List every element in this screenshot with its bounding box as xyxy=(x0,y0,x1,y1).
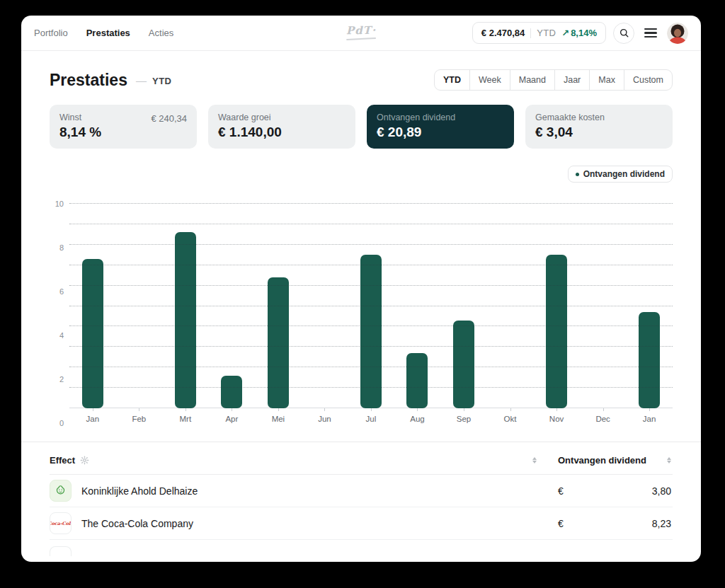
row-amount: € 8,23 xyxy=(538,518,673,529)
range-tab-jaar[interactable]: Jaar xyxy=(554,70,589,90)
table-row-coca-cola[interactable]: Coca-Cola The Coca-Cola Company € 8,23 xyxy=(50,507,673,540)
y-tick-label: 10 xyxy=(55,200,64,208)
x-axis-tick xyxy=(93,408,93,411)
dividend-bar[interactable] xyxy=(453,321,474,408)
bar-jan-0[interactable] xyxy=(69,204,116,408)
bar-mei-4[interactable] xyxy=(255,204,302,408)
stat-card-waarde-groei[interactable]: Waarde groei € 1.140,00 xyxy=(208,105,355,149)
y-tick-label: 2 xyxy=(59,375,64,384)
sort-up-icon xyxy=(667,457,671,460)
dividend-bar[interactable] xyxy=(175,232,196,408)
coca-cola-logo-icon: Coca-Cola xyxy=(50,512,72,534)
bar-sep-8[interactable] xyxy=(440,204,487,408)
topbar-right: € 2.470,84 YTD ↗ 8,14% xyxy=(472,22,688,44)
dividend-bar[interactable] xyxy=(639,312,660,408)
dividend-bar[interactable] xyxy=(406,353,428,408)
row-left: Coca-Cola The Coca-Cola Company xyxy=(50,512,538,534)
chart-plot xyxy=(69,204,673,408)
search-icon xyxy=(619,28,629,38)
x-axis-tick xyxy=(649,408,650,411)
security-name: The Coca-Cola Company xyxy=(81,518,193,529)
range-tab-max[interactable]: Max xyxy=(589,70,624,90)
bar-okt-9[interactable] xyxy=(487,204,534,408)
bar-jan-12[interactable] xyxy=(626,204,673,408)
bar-dec-11[interactable] xyxy=(580,204,627,408)
dividend-value: 8,23 xyxy=(652,518,673,529)
x-axis-tick xyxy=(324,408,325,411)
x-axis-tick xyxy=(603,408,604,411)
sort-down-icon xyxy=(667,461,671,463)
stat-value: 8,14 % xyxy=(59,125,187,140)
range-tab-ytd[interactable]: YTD xyxy=(435,70,469,90)
x-axis-tick xyxy=(278,408,279,411)
currency-symbol: € xyxy=(558,485,564,497)
legend-label: Ontvangen dividend xyxy=(583,169,665,179)
search-button[interactable] xyxy=(613,23,634,44)
range-tab-maand[interactable]: Maand xyxy=(510,70,554,90)
column-dividend: Ontvangen dividend xyxy=(538,455,673,466)
pill-change: ↗ 8,14% xyxy=(561,28,597,38)
stat-cards: Winst 8,14 % € 240,34 Waarde groei € 1.1… xyxy=(50,105,673,149)
title-period: YTD xyxy=(152,74,172,86)
bar-jun-5[interactable] xyxy=(302,204,348,408)
dividend-bar[interactable] xyxy=(546,255,567,408)
app-window: Portfolio Prestaties Acties PdT· € 2.470… xyxy=(21,16,701,562)
portfolio-summary-pill[interactable]: € 2.470,84 YTD ↗ 8,14% xyxy=(472,22,606,44)
topbar: Portfolio Prestaties Acties PdT· € 2.470… xyxy=(21,16,701,51)
effect-column-label: Effect xyxy=(50,455,75,466)
x-axis-tick xyxy=(139,408,139,411)
dividend-bar[interactable] xyxy=(360,255,382,408)
avatar-image xyxy=(667,23,688,44)
logo-underline xyxy=(346,37,376,40)
stat-card-ontvangen-dividend[interactable]: Ontvangen dividend € 20,89 xyxy=(367,105,514,149)
sort-effect-button[interactable] xyxy=(531,456,538,465)
y-tick-label: 6 xyxy=(59,287,64,296)
x-axis-tick xyxy=(185,408,186,411)
x-axis-tick xyxy=(417,408,418,411)
x-tick-label-mei-4: Mei xyxy=(255,415,302,423)
pill-change-value: 8,14% xyxy=(571,28,597,38)
pill-period-label: YTD xyxy=(537,28,556,38)
gear-icon[interactable] xyxy=(80,456,89,465)
range-tab-week[interactable]: Week xyxy=(469,70,510,90)
table-row-ahold[interactable]: Koninklijke Ahold Delhaize € 3,80 xyxy=(50,475,673,507)
security-name: Koninklijke Ahold Delhaize xyxy=(81,485,198,497)
stat-label: Ontvangen dividend xyxy=(377,113,504,122)
legend-dot-icon xyxy=(576,173,579,176)
stat-card-gemaakte-kosten[interactable]: Gemaakte kosten € 3,04 xyxy=(525,105,673,149)
y-tick-label: 0 xyxy=(59,419,64,427)
app-logo: PdT· xyxy=(346,25,376,40)
dividend-bar[interactable] xyxy=(82,259,103,408)
ahold-delhaize-logo-icon xyxy=(50,480,72,502)
bar-jul-6[interactable] xyxy=(348,204,394,408)
bar-mrt-2[interactable] xyxy=(162,204,209,408)
dividend-bar[interactable] xyxy=(268,277,289,408)
stat-value: € 20,89 xyxy=(377,125,504,140)
chart-legend[interactable]: Ontvangen dividend xyxy=(568,166,673,183)
bar-nov-10[interactable] xyxy=(533,204,580,408)
nav-portfolio[interactable]: Portfolio xyxy=(34,28,68,38)
menu-button[interactable] xyxy=(641,25,660,41)
dividend-column-label: Ontvangen dividend xyxy=(558,455,646,466)
stat-card-winst[interactable]: Winst 8,14 % € 240,34 xyxy=(50,105,197,149)
x-tick-label-mrt-2: Mrt xyxy=(162,415,209,423)
range-tab-custom[interactable]: Custom xyxy=(624,70,672,90)
x-tick-label-sep-8: Sep xyxy=(440,415,487,423)
bar-aug-7[interactable] xyxy=(394,204,441,408)
nav-prestaties[interactable]: Prestaties xyxy=(86,28,130,38)
nav-acties[interactable]: Acties xyxy=(149,28,173,38)
x-axis-tick xyxy=(556,408,557,411)
chart-bars xyxy=(69,204,673,408)
user-avatar[interactable] xyxy=(667,23,688,44)
bar-feb-1[interactable] xyxy=(116,204,163,408)
x-axis-tick xyxy=(232,408,232,411)
y-tick-label: 8 xyxy=(59,243,64,252)
sort-dividend-button[interactable] xyxy=(666,456,673,465)
stat-secondary-value: € 240,34 xyxy=(151,113,187,124)
pill-divider xyxy=(530,28,531,38)
currency-symbol: € xyxy=(558,518,564,529)
x-tick-label-aug-7: Aug xyxy=(394,415,441,423)
dividend-bar[interactable] xyxy=(221,376,242,408)
y-axis: 0246810 xyxy=(50,204,69,423)
bar-apr-3[interactable] xyxy=(209,204,256,408)
